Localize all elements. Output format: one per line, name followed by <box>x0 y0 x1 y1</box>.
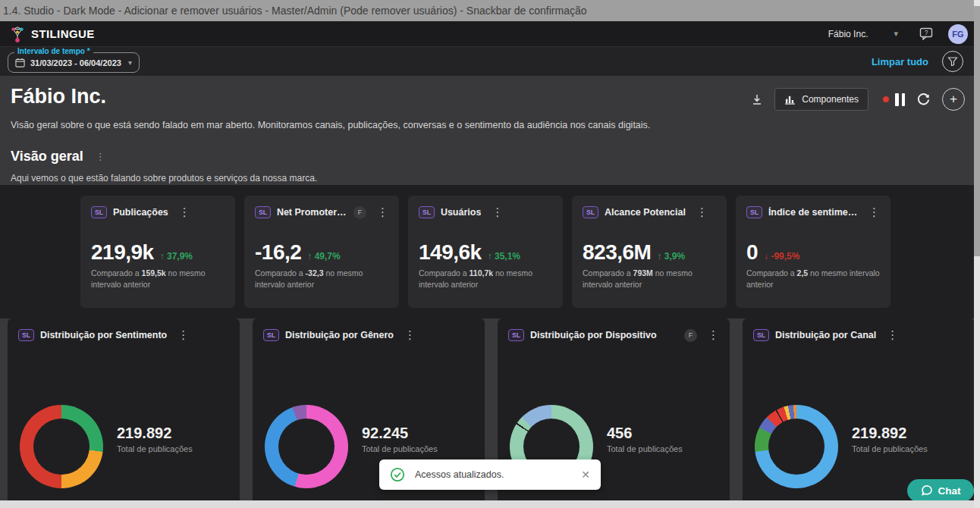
chevron-down-icon: ▾ <box>128 58 132 67</box>
kpi-compare-text: Comparado a 110,7k no mesmo intervalo an… <box>419 268 552 290</box>
donut-chart <box>20 405 103 488</box>
kpi-card: SL Publicações F ⋮ 219,9k ↑ 37,9% Compar… <box>80 196 235 308</box>
kpi-band: SL Publicações F ⋮ 219,9k ↑ 37,9% Compar… <box>0 185 974 318</box>
kpi-delta: ↑ 3,9% <box>657 251 685 262</box>
fixed-indicator-icon: F <box>684 329 697 342</box>
brand-name: STILINGUE <box>31 27 95 40</box>
kpi-card: SL Alcance Potencial F ⋮ 823,6M ↑ 3,9% C… <box>572 196 727 308</box>
feedback-icon[interactable]: ? <box>919 27 933 40</box>
sl-badge: SL <box>583 206 598 218</box>
donut-hole <box>33 419 90 475</box>
page-title: Fábio Inc. <box>11 85 106 108</box>
distribution-card-header: SL Distribuição por Sentimento F ⋮ <box>18 328 229 342</box>
kebab-menu-icon[interactable]: ⋮ <box>696 205 708 219</box>
snackbar: Acessos atualizados. ✕ <box>379 459 601 490</box>
kpi-card-header: SL Alcance Potencial F ⋮ <box>583 205 716 219</box>
success-check-icon <box>390 467 405 482</box>
total-label: Total de publicações <box>852 444 928 453</box>
kpi-card-title: Índice de sentimento <box>768 207 858 218</box>
donut-total: 219.892 Total de publicações <box>117 425 193 453</box>
kpi-compare-text: Comparado a 159,5k no mesmo intervalo an… <box>91 268 225 290</box>
filter-bar: Intervalo de tempo * 31/03/2023 - 06/04/… <box>0 47 980 76</box>
distribution-card-header: SL Distribuição por Dispositivo F ⋮ <box>508 328 719 342</box>
stilingue-logo[interactable]: STILINGUE <box>9 25 95 43</box>
kpi-compare-text: Comparado a -32,3 no mesmo intervalo ant… <box>255 268 388 290</box>
bar-chart-icon <box>784 95 796 105</box>
snackbar-message: Acessos atualizados. <box>415 469 504 480</box>
kpi-value-row: 149,6k ↑ 35,1% <box>419 240 552 265</box>
dashboard-main: Fábio Inc. Visão geral sobre o que está … <box>0 76 980 500</box>
total-label: Total de publicações <box>117 444 193 453</box>
distribution-card: SL Distribuição por Canal F ⋮ 219.892 To… <box>743 318 975 500</box>
filter-icon[interactable] <box>942 51 963 72</box>
sl-badge: SL <box>419 206 435 218</box>
donut-hole <box>768 419 825 475</box>
distribution-card-header: SL Distribuição por Canal F ⋮ <box>753 328 964 342</box>
components-button[interactable]: Componentes <box>774 88 868 111</box>
kpi-card-header: SL Índice de sentimento F ⋮ <box>746 205 880 219</box>
download-icon[interactable] <box>751 93 763 106</box>
sl-badge: SL <box>753 329 769 341</box>
kpi-card-title: Usuários <box>441 207 482 218</box>
browser-titlebar: 1.4. Studio - Dark Mode - Adicionar e re… <box>0 0 980 21</box>
chat-bubble-icon <box>921 484 933 497</box>
scrollbar-thumb[interactable] <box>974 6 980 256</box>
account-name[interactable]: Fábio Inc. <box>828 29 868 39</box>
kebab-menu-icon[interactable]: ⋮ <box>377 205 388 219</box>
distribution-card-title: Distribuição por Canal <box>775 330 876 340</box>
kpi-card-header: SL Net Promoter Sco... F ⋮ <box>255 205 388 219</box>
kebab-menu-icon[interactable]: ⋮ <box>708 328 719 342</box>
donut-chart <box>265 405 348 488</box>
kpi-card: SL Usuários F ⋮ 149,6k ↑ 35,1% Comparado… <box>408 196 563 308</box>
total-label: Total de publicações <box>607 444 683 453</box>
app-header: STILINGUE Fábio Inc. ▾ ? FG <box>0 21 980 47</box>
kebab-menu-icon[interactable]: ⋮ <box>404 328 416 342</box>
donut-total: 219.892 Total de publicações <box>852 425 928 453</box>
avatar[interactable]: FG <box>948 24 968 44</box>
fixed-indicator-icon: F <box>353 206 366 219</box>
dashboard-actions: Componentes + <box>751 88 965 111</box>
close-icon[interactable]: ✕ <box>581 469 590 481</box>
page-description: Visão geral sobre o que está sendo falad… <box>11 120 650 130</box>
stilingue-logo-icon <box>9 25 26 43</box>
date-range-label: Intervalo de tempo * <box>14 47 93 55</box>
total-value: 219.892 <box>117 425 193 442</box>
components-button-label: Componentes <box>802 94 859 105</box>
svg-text:?: ? <box>925 29 928 36</box>
kpi-row: SL Publicações F ⋮ 219,9k ↑ 37,9% Compar… <box>80 196 890 308</box>
distribution-card-header: SL Distribuição por Gênero F ⋮ <box>263 328 474 342</box>
add-component-button[interactable]: + <box>942 88 965 111</box>
chat-button[interactable]: Chat <box>907 479 974 500</box>
kpi-card: SL Net Promoter Sco... F ⋮ -16,2 ↑ 49,7%… <box>244 196 399 308</box>
kebab-menu-icon[interactable]: ⋮ <box>177 328 189 342</box>
distribution-card-title: Distribuição por Sentimento <box>40 330 167 340</box>
kpi-value-row: 823,6M ↑ 3,9% <box>583 240 716 265</box>
distribution-card-title: Distribuição por Dispositivo <box>530 330 657 340</box>
scrollbar-track[interactable] <box>974 0 980 508</box>
kebab-menu-icon[interactable]: ⋮ <box>868 205 880 219</box>
recording-indicator <box>883 93 905 106</box>
date-range-field[interactable]: Intervalo de tempo * 31/03/2023 - 06/04/… <box>8 52 140 73</box>
pause-icon[interactable] <box>895 93 905 106</box>
kpi-card-header: SL Publicações F ⋮ <box>91 205 225 219</box>
sl-badge: SL <box>91 206 107 218</box>
kpi-compare-text: Comparado a 793M no mesmo intervalo ante… <box>583 268 716 290</box>
kebab-menu-icon[interactable]: ⋮ <box>887 328 898 342</box>
kebab-menu-icon[interactable]: ⋮ <box>96 151 105 162</box>
kebab-menu-icon[interactable]: ⋮ <box>492 205 503 219</box>
kpi-value: 823,6M <box>583 240 651 265</box>
total-value: 456 <box>607 425 683 442</box>
chevron-down-icon[interactable]: ▾ <box>894 29 898 39</box>
section-title: Visão geral <box>11 149 83 165</box>
bottom-bar <box>0 500 980 508</box>
kebab-menu-icon[interactable]: ⋮ <box>179 205 190 219</box>
sl-badge: SL <box>255 206 271 218</box>
clear-all-button[interactable]: Limpar tudo <box>872 56 928 67</box>
kpi-value-row: -16,2 ↑ 49,7% <box>255 240 388 265</box>
calendar-icon <box>15 58 25 67</box>
chat-button-label: Chat <box>938 485 961 497</box>
section-subtitle: Aqui vemos o que estão falando sobre pro… <box>11 173 317 183</box>
refresh-icon[interactable] <box>916 93 931 107</box>
donut-chart <box>755 405 838 488</box>
kpi-delta: ↓ -99,5% <box>764 251 799 262</box>
